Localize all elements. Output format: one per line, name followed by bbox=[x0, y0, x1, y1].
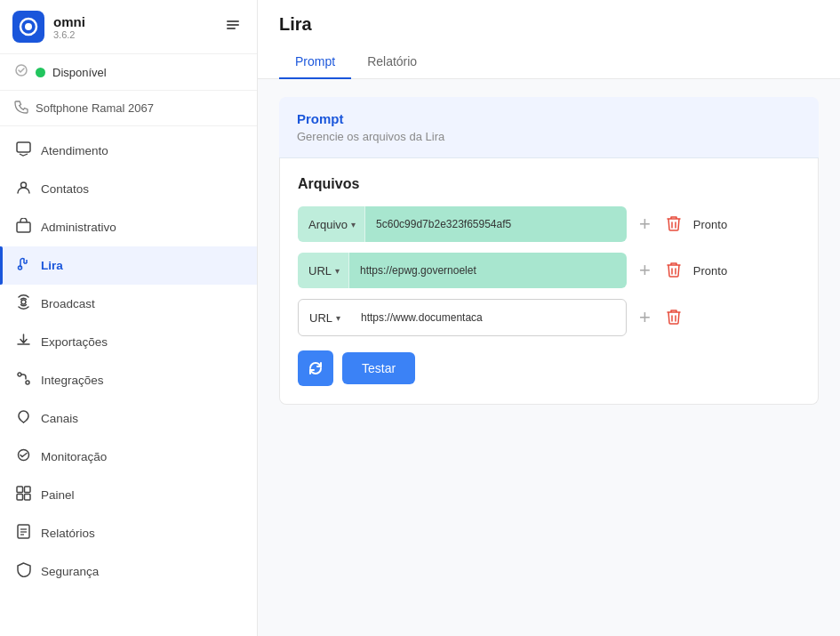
exportacoes-icon bbox=[14, 333, 32, 351]
lira-icon bbox=[14, 256, 32, 275]
files-card: Arquivos Arquivo ▾ + Pronto URL ▾ + bbox=[279, 158, 819, 405]
sidebar-item-label: Canais bbox=[41, 412, 78, 425]
status-dot bbox=[36, 68, 45, 77]
atendimento-icon bbox=[14, 141, 32, 160]
sidebar-item-label: Integrações bbox=[41, 374, 104, 387]
add-row-button[interactable]: + bbox=[636, 304, 654, 331]
file-type-wrapper: URL ▾ bbox=[298, 253, 349, 288]
file-row: URL ▾ + Pronto bbox=[298, 253, 800, 288]
svg-rect-19 bbox=[17, 495, 23, 501]
tab-relatorio[interactable]: Relatório bbox=[351, 45, 433, 79]
file-input-group: URL ▾ bbox=[298, 299, 627, 336]
softphone-row: Softphone Ramal 2067 bbox=[0, 91, 257, 126]
svg-rect-8 bbox=[17, 222, 30, 232]
sidebar-item-label: Atendimento bbox=[41, 144, 108, 157]
file-value-input[interactable] bbox=[349, 253, 563, 288]
sidebar: omni 3.6.2 Disponível Softp bbox=[0, 0, 258, 636]
sidebar-item-label: Painel bbox=[41, 488, 75, 502]
sidebar-item-monitoracao[interactable]: Monitoração bbox=[0, 438, 257, 476]
sidebar-item-broadcast[interactable]: Broadcast bbox=[0, 285, 257, 323]
sidebar-item-canais[interactable]: Canais bbox=[0, 399, 257, 438]
file-rows-container: Arquivo ▾ + Pronto URL ▾ + Pronto bbox=[298, 206, 800, 336]
sidebar-item-administrativo[interactable]: Administrativo bbox=[0, 208, 257, 246]
file-type-wrapper: URL ▾ bbox=[299, 300, 350, 335]
sidebar-export-button[interactable] bbox=[221, 13, 244, 40]
file-type-label: Arquivo bbox=[308, 218, 348, 231]
file-type-wrapper: Arquivo ▾ bbox=[298, 206, 365, 242]
delete-row-button[interactable] bbox=[663, 258, 684, 283]
delete-row-button[interactable] bbox=[663, 305, 684, 330]
file-input-group: URL ▾ bbox=[298, 253, 627, 288]
file-type-label: URL bbox=[308, 264, 332, 278]
files-title: Arquivos bbox=[298, 176, 800, 192]
main-body: Prompt Gerencie os arquivos da Lira Arqu… bbox=[258, 79, 840, 636]
sidebar-item-integracoes[interactable]: Integrações bbox=[0, 361, 257, 399]
sidebar-item-lira[interactable]: Lira bbox=[0, 246, 257, 285]
prompt-section-subtitle: Gerencie os arquivos da Lira bbox=[297, 130, 801, 143]
status-badge: Pronto bbox=[693, 264, 738, 278]
sidebar-item-exportacoes[interactable]: Exportações bbox=[0, 323, 257, 361]
file-row: URL ▾ + bbox=[298, 299, 800, 336]
delete-row-button[interactable] bbox=[663, 212, 684, 237]
tab-prompt[interactable]: Prompt bbox=[279, 45, 351, 79]
svg-point-7 bbox=[20, 182, 26, 188]
file-value-input[interactable] bbox=[365, 206, 579, 242]
svg-rect-4 bbox=[227, 28, 236, 29]
actions-row: Testar bbox=[298, 350, 800, 386]
main-header: Lira PromptRelatório bbox=[258, 0, 840, 79]
sidebar-item-contatos[interactable]: Contatos bbox=[0, 170, 257, 208]
nav-section: Atendimento Contatos Administrativo Lira… bbox=[0, 126, 257, 596]
sidebar-status-row: Disponível bbox=[0, 54, 257, 91]
status-icon bbox=[14, 63, 28, 81]
sidebar-item-label: Monitoração bbox=[41, 450, 107, 463]
sidebar-item-label: Administrativo bbox=[41, 221, 116, 234]
sidebar-item-label: Exportações bbox=[41, 335, 108, 349]
sidebar-item-seguranca[interactable]: Segurança bbox=[0, 552, 257, 591]
svg-point-9 bbox=[18, 266, 21, 270]
canais-icon bbox=[14, 409, 32, 428]
monitoracao-icon bbox=[14, 447, 32, 466]
brand-text: omni 3.6.2 bbox=[53, 14, 85, 40]
chevron-down-icon: ▾ bbox=[351, 220, 356, 229]
chevron-down-icon: ▾ bbox=[335, 266, 340, 276]
brand: omni 3.6.2 bbox=[12, 11, 85, 43]
sidebar-item-label: Broadcast bbox=[41, 297, 95, 310]
svg-rect-6 bbox=[17, 142, 30, 152]
add-row-button[interactable]: + bbox=[636, 257, 654, 284]
page-title: Lira bbox=[279, 14, 819, 35]
contatos-icon bbox=[14, 180, 32, 198]
svg-point-13 bbox=[21, 300, 26, 304]
sidebar-header: omni 3.6.2 bbox=[0, 0, 257, 54]
svg-rect-20 bbox=[24, 495, 30, 501]
prompt-section-title: Prompt bbox=[297, 111, 801, 126]
sidebar-item-atendimento[interactable]: Atendimento bbox=[0, 132, 257, 170]
administrativo-icon bbox=[14, 218, 32, 237]
add-row-button[interactable]: + bbox=[636, 211, 654, 237]
sidebar-item-label: Contatos bbox=[41, 182, 89, 196]
seguranca-icon bbox=[14, 562, 32, 581]
broadcast-icon bbox=[14, 294, 32, 313]
main-content: Lira PromptRelatório Prompt Gerencie os … bbox=[258, 0, 840, 636]
svg-rect-3 bbox=[227, 24, 239, 26]
brand-icon bbox=[12, 11, 44, 43]
status-badge: Pronto bbox=[693, 218, 738, 231]
svg-rect-18 bbox=[24, 487, 30, 493]
refresh-button[interactable] bbox=[298, 350, 333, 386]
file-input-group: Arquivo ▾ bbox=[298, 206, 627, 242]
sidebar-item-label: Segurança bbox=[41, 565, 99, 578]
sidebar-item-relatorios[interactable]: Relatórios bbox=[0, 514, 257, 552]
chevron-down-icon: ▾ bbox=[336, 313, 340, 323]
svg-rect-17 bbox=[17, 487, 23, 493]
file-value-input[interactable] bbox=[350, 300, 564, 335]
svg-rect-2 bbox=[227, 20, 239, 22]
tabs: PromptRelatório bbox=[279, 45, 819, 78]
svg-point-15 bbox=[26, 381, 29, 384]
sidebar-item-label: Lira bbox=[41, 259, 63, 272]
relatorios-icon bbox=[14, 524, 32, 543]
brand-name: omni bbox=[53, 14, 85, 29]
prompt-header-card: Prompt Gerencie os arquivos da Lira bbox=[279, 97, 819, 158]
painel-icon bbox=[14, 486, 32, 504]
sidebar-item-painel[interactable]: Painel bbox=[0, 476, 257, 514]
test-button[interactable]: Testar bbox=[342, 352, 415, 384]
svg-point-1 bbox=[25, 23, 32, 30]
